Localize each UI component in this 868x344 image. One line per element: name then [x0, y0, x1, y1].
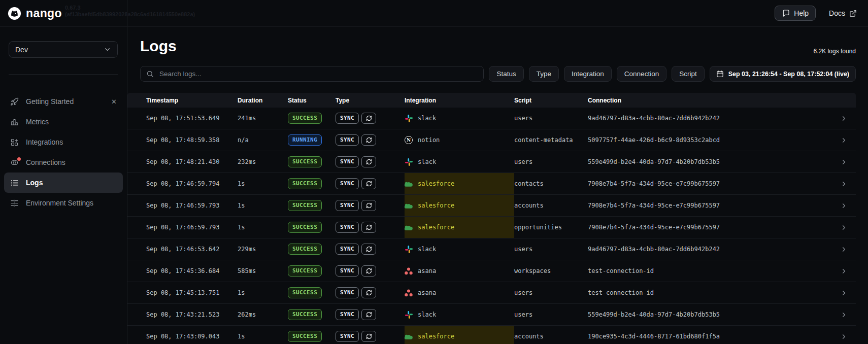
sidebar-item-getting-started[interactable]: Getting Started ✕: [4, 91, 123, 112]
log-timestamp: Sep 08, 17:48:21.430: [127, 151, 238, 173]
notification-dot: [17, 157, 21, 161]
column-header-timestamp: Timestamp: [127, 93, 238, 108]
log-timestamp: Sep 08, 17:46:53.642: [127, 238, 238, 260]
log-row[interactable]: Sep 08, 17:46:53.642 229ms SUCCESS SYNC …: [127, 238, 856, 260]
refresh-icon[interactable]: [361, 222, 376, 233]
refresh-icon[interactable]: [361, 287, 376, 298]
refresh-icon[interactable]: [361, 331, 376, 342]
logs-toolbar: Status Type Integration Connection Scrip…: [140, 66, 856, 82]
status-badge: SUCCESS: [288, 222, 322, 232]
log-row[interactable]: Sep 08, 17:45:13.751 1s SUCCESS SYNC asa…: [127, 282, 856, 304]
log-row[interactable]: Sep 08, 17:45:36.684 585ms SUCCESS SYNC …: [127, 260, 856, 282]
column-header-integration: Integration: [405, 93, 514, 108]
refresh-icon[interactable]: [361, 244, 376, 255]
refresh-icon[interactable]: [361, 134, 376, 146]
chevron-right-icon[interactable]: [833, 304, 856, 325]
log-timestamp: Sep 08, 17:51:53.649: [127, 108, 238, 129]
sidebar-item-metrics[interactable]: Metrics: [4, 112, 123, 132]
type-badge: SYNC: [336, 134, 359, 145]
type-badge: SYNC: [336, 287, 359, 298]
rings-icon: [10, 158, 19, 167]
type-badge: SYNC: [336, 222, 359, 232]
log-connection: 190ce935-4c3d-4446-8717-61bd680f1f5a: [588, 326, 833, 344]
log-row[interactable]: Sep 08, 17:43:09.043 1s SUCCESS SYNC sal…: [127, 326, 856, 344]
column-header-connection: Connection: [588, 93, 833, 108]
refresh-icon[interactable]: [361, 309, 376, 320]
log-script: users: [514, 282, 588, 303]
search-box[interactable]: [140, 66, 484, 82]
type-badge: SYNC: [336, 331, 359, 341]
chevron-right-icon[interactable]: [833, 129, 856, 151]
log-integration: salesforce: [405, 217, 514, 238]
filter-status-button[interactable]: Status: [489, 66, 523, 82]
filter-type-button[interactable]: Type: [529, 66, 559, 82]
chevron-right-icon[interactable]: [833, 282, 856, 303]
list-icon: [10, 179, 19, 187]
sidebar-item-logs[interactable]: Logs: [4, 173, 123, 193]
page-title: Logs: [140, 38, 177, 55]
chevron-right-icon[interactable]: [833, 151, 856, 173]
refresh-icon[interactable]: [361, 156, 376, 167]
refresh-icon[interactable]: [361, 178, 376, 189]
notion-icon: N: [405, 136, 413, 144]
log-script: users: [514, 151, 588, 173]
close-icon[interactable]: ✕: [111, 98, 117, 106]
log-script: contacts: [514, 173, 588, 194]
filter-connection-button[interactable]: Connection: [617, 66, 666, 82]
slack-icon: [405, 311, 413, 319]
log-script: users: [514, 304, 588, 325]
environment-selector[interactable]: Dev: [9, 41, 118, 58]
log-row[interactable]: Sep 08, 17:46:59.793 1s SUCCESS SYNC sal…: [127, 217, 856, 238]
log-row[interactable]: Sep 08, 17:48:59.358 n/a RUNNING SYNC N …: [127, 129, 856, 151]
docs-link[interactable]: Docs: [829, 9, 857, 17]
log-duration: 1s: [238, 326, 288, 344]
logs-count: 6.2K logs found: [814, 48, 856, 55]
chevron-down-icon: [104, 46, 111, 53]
log-timestamp: Sep 08, 17:45:36.684: [127, 260, 238, 282]
search-input[interactable]: [158, 70, 478, 78]
log-timestamp: Sep 08, 17:43:21.523: [127, 304, 238, 325]
chevron-right-icon[interactable]: [833, 217, 856, 238]
log-row[interactable]: Sep 08, 17:51:53.649 241ms SUCCESS SYNC …: [127, 108, 856, 129]
log-connection: 559e499d-b2e4-40da-97d7-4b20b7db53b5: [588, 304, 833, 325]
status-badge: SUCCESS: [288, 287, 322, 298]
log-row[interactable]: Sep 08, 17:46:59.793 1s SUCCESS SYNC sal…: [127, 195, 856, 217]
sidebar-item-connections[interactable]: Connections: [4, 152, 123, 173]
log-duration: n/a: [238, 129, 288, 151]
status-badge: SUCCESS: [288, 244, 322, 254]
log-integration: asana: [405, 260, 514, 282]
log-row[interactable]: Sep 08, 17:43:21.523 262ms SUCCESS SYNC …: [127, 304, 856, 326]
log-connection: 5097757f-44ae-426d-b6c9-8d9353c2abcd: [588, 129, 833, 151]
chevron-right-icon[interactable]: [833, 260, 856, 282]
log-script: opportunities: [514, 217, 588, 238]
date-range-button[interactable]: Sep 03, 21:26:54 - Sep 08, 17:52:04 (liv…: [710, 66, 856, 82]
filter-integration-button[interactable]: Integration: [564, 66, 612, 82]
grid-plus-icon: [10, 138, 19, 147]
bar-chart-icon: [10, 118, 19, 126]
log-row[interactable]: Sep 08, 17:48:21.430 232ms SUCCESS SYNC …: [127, 151, 856, 173]
refresh-icon[interactable]: [361, 265, 376, 277]
chevron-right-icon[interactable]: [833, 238, 856, 260]
main-content: Logs 6.2K logs found Status Type Integra…: [127, 26, 868, 344]
chevron-right-icon[interactable]: [833, 108, 856, 129]
refresh-icon[interactable]: [361, 200, 376, 211]
version-text: 0.67.3 (af13baefd5db83992028a28c6ad16181…: [65, 5, 195, 18]
log-duration: 229ms: [238, 238, 288, 260]
sidebar-item-environment-settings[interactable]: Environment Settings: [4, 193, 123, 213]
log-integration: slack: [405, 151, 514, 173]
chat-bubble-icon: [782, 9, 790, 17]
chevron-right-icon[interactable]: [833, 195, 856, 216]
chevron-right-icon[interactable]: [833, 326, 856, 344]
help-button[interactable]: Help: [775, 6, 816, 21]
refresh-icon[interactable]: [361, 113, 376, 124]
log-integration: N notion: [405, 129, 514, 151]
log-connection: 7908e7b4-5f7a-434d-95ce-e7c99b675597: [588, 173, 833, 194]
sidebar-item-integrations[interactable]: Integrations: [4, 132, 123, 152]
sidebar-nav: Getting Started ✕ Metrics Integrations: [4, 91, 123, 213]
log-row[interactable]: Sep 08, 17:46:59.794 1s SUCCESS SYNC sal…: [127, 173, 856, 195]
chevron-right-icon[interactable]: [833, 173, 856, 194]
log-integration: slack: [405, 108, 514, 129]
nango-logo[interactable]: nango: [8, 7, 62, 20]
log-integration: slack: [405, 304, 514, 325]
filter-script-button[interactable]: Script: [672, 66, 705, 82]
